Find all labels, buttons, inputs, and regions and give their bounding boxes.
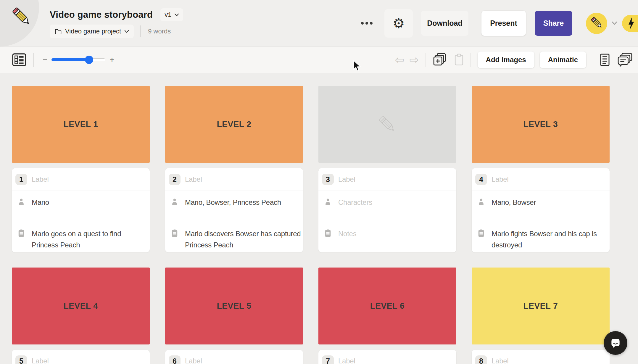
script-document-icon [600, 53, 610, 67]
frame-notes-text: Mario fights Bowser and his cap is destr… [492, 228, 608, 252]
zoom-slider-thumb[interactable] [85, 56, 93, 64]
frame-notes-field[interactable]: Notes [318, 222, 456, 252]
frame-number-badge: 1 [15, 174, 27, 185]
notes-clipboard-icon [478, 229, 485, 237]
copy-frames-button[interactable] [433, 53, 447, 67]
frame-notes-field[interactable]: Mario goes on a quest to find Princess P… [12, 222, 150, 252]
frame-characters-text: Mario, Bowser [492, 197, 536, 222]
frame-image[interactable]: LEVEL 3 [472, 86, 610, 163]
frame-label-field[interactable]: 4 Label [472, 168, 610, 191]
frame-characters-field[interactable]: Characters [318, 191, 456, 222]
toolbar-divider [426, 53, 426, 67]
storyboard-grid-icon [12, 52, 27, 67]
storyboard-title[interactable]: Video game storyboard [50, 9, 153, 20]
frame-number-badge: 6 [169, 355, 181, 364]
storyboard-frame: LEVEL 1 1 Label Mario Mario goes on a qu… [12, 86, 150, 252]
undo-button[interactable]: ⇦ [395, 54, 404, 65]
frame-details-card: 1 Label Mario Mario goes on a quest to f… [12, 168, 150, 252]
project-selector[interactable]: Video game project [50, 25, 134, 38]
frame-characters-text: Mario [32, 197, 49, 222]
header-divider [140, 25, 141, 37]
toolbar-divider [593, 53, 593, 67]
person-icon [171, 198, 178, 205]
frame-number-badge: 2 [169, 174, 181, 185]
frame-image[interactable]: LEVEL 7 [472, 268, 610, 344]
redo-button[interactable]: ⇨ [410, 54, 419, 65]
add-images-button[interactable]: Add Images [478, 51, 534, 68]
frame-notes-field[interactable]: Mario discovers Bowser has captured Prin… [165, 222, 303, 252]
person-icon [18, 198, 25, 205]
frame-number-badge: 5 [15, 355, 27, 364]
logo-background-circle [0, 0, 39, 46]
frame-image[interactable]: LEVEL 2 [165, 86, 303, 163]
storyboard-frame: LEVEL 6 7 Label Characters Notes [318, 268, 456, 364]
frame-characters-field[interactable]: Mario [12, 191, 150, 222]
version-selector[interactable]: v1 [160, 8, 183, 21]
frame-label-field[interactable]: 7 Label [318, 350, 456, 364]
zoom-out-button[interactable]: − [40, 55, 50, 65]
notes-clipboard-icon [171, 229, 178, 237]
version-label: v1 [165, 11, 171, 19]
frame-label-placeholder: Label [185, 174, 202, 185]
frame-number-badge: 7 [322, 355, 334, 364]
zoom-in-button[interactable]: + [107, 55, 117, 65]
storyboard-frame: LEVEL 3 4 Label Mario, Bowser Mario figh… [472, 86, 610, 252]
frame-details-card: 2 Label Mario, Bowser, Princess Peach Ma… [165, 168, 303, 252]
frame-number-badge: 3 [322, 174, 334, 185]
frame-label-field[interactable]: 5 Label [12, 350, 150, 364]
paste-frames-button[interactable] [454, 53, 464, 66]
settings-button[interactable]: ⚙ [384, 9, 413, 38]
script-view-button[interactable] [600, 53, 610, 67]
frame-image-label: LEVEL 6 [370, 301, 405, 311]
person-icon [478, 198, 485, 205]
frame-image[interactable] [318, 86, 456, 163]
frame-image-label: LEVEL 7 [523, 301, 558, 311]
frame-details-card: 7 Label Characters Notes [318, 350, 456, 364]
notes-clipboard-icon [324, 229, 331, 237]
frame-notes-text: Mario discovers Bowser has captured Prin… [185, 228, 301, 252]
frame-label-placeholder: Label [492, 174, 508, 185]
frame-image[interactable]: LEVEL 4 [12, 268, 150, 344]
copy-frames-icon [433, 53, 447, 67]
stacked-comments-icon [618, 53, 632, 67]
chevron-down-icon [612, 21, 617, 25]
frame-characters-text: Mario, Bowser, Princess Peach [185, 197, 281, 222]
chevron-down-icon [174, 13, 179, 17]
storyboard-frame: LEVEL 2 2 Label Mario, Bowser, Princess … [165, 86, 303, 252]
frame-label-field[interactable]: 3 Label [318, 168, 456, 191]
frame-image[interactable]: LEVEL 6 [318, 268, 456, 344]
frame-label-field[interactable]: 2 Label [165, 168, 303, 191]
comments-button[interactable] [618, 53, 632, 67]
frame-image[interactable]: LEVEL 5 [165, 268, 303, 344]
present-button[interactable]: Present [481, 11, 526, 36]
frame-characters-field[interactable]: Mario, Bowser [472, 191, 610, 222]
upgrade-button[interactable] [622, 15, 638, 32]
frame-label-field[interactable]: 1 Label [12, 168, 150, 191]
more-options-button[interactable] [361, 22, 373, 25]
app-header: Video game storyboard v1 Video game proj… [0, 0, 638, 46]
frame-characters-field[interactable]: Mario, Bowser, Princess Peach [165, 191, 303, 222]
toolbar-divider [33, 53, 34, 67]
animatic-button[interactable]: Animatic [540, 51, 586, 68]
zoom-slider[interactable] [51, 56, 105, 64]
frame-notes-field[interactable]: Mario fights Bowser and his cap is destr… [472, 222, 610, 252]
frame-image-label: LEVEL 4 [64, 301, 98, 311]
download-button[interactable]: Download [421, 11, 468, 36]
clipboard-paste-icon [454, 53, 464, 66]
frame-label-placeholder: Label [492, 355, 508, 364]
frame-characters-text: Characters [338, 197, 372, 222]
share-button[interactable]: Share [535, 11, 572, 36]
frame-details-card: 3 Label Characters Notes [318, 168, 456, 252]
account-menu-chevron[interactable] [612, 21, 617, 25]
grid-view-button[interactable] [12, 52, 27, 67]
frame-image[interactable]: LEVEL 1 [12, 86, 150, 163]
frame-number-badge: 4 [475, 174, 487, 185]
frame-label-field[interactable]: 6 Label [165, 350, 303, 364]
help-chat-button[interactable] [604, 331, 627, 355]
lightning-bolt-icon [627, 17, 635, 30]
chevron-down-icon [124, 30, 129, 33]
frame-label-field[interactable]: 8 Label [472, 350, 610, 364]
user-avatar[interactable] [586, 13, 607, 34]
notes-clipboard-icon [18, 229, 25, 237]
frame-image-label: LEVEL 5 [217, 301, 252, 311]
